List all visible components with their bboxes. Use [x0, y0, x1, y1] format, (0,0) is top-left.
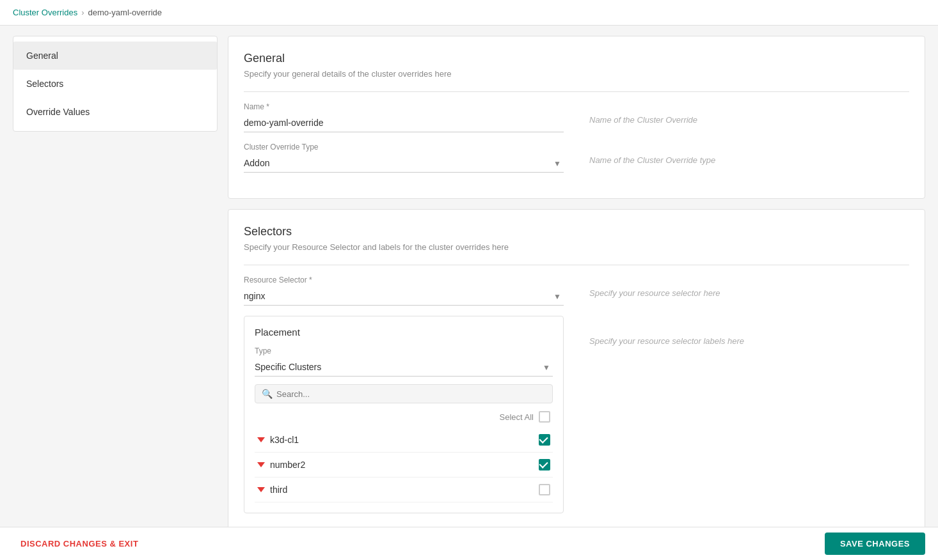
name-field-group: Name *: [244, 102, 564, 132]
search-icon: 🔍: [262, 389, 273, 399]
type-hint: Name of the Cluster Override type: [589, 143, 909, 165]
placement-box: Placement Type Specific Clusters All Clu…: [244, 316, 564, 513]
cluster-checkbox-number2[interactable]: [539, 459, 550, 471]
cluster-row: third: [255, 478, 553, 502]
general-card: General Specify your general details of …: [228, 36, 925, 199]
resource-selector-group: Resource Selector * nginx ▼ Placement Ty…: [244, 276, 564, 513]
cluster-list: k3d-cl1 number2: [255, 428, 553, 502]
selectors-card-title: Selectors: [244, 225, 909, 238]
cluster-name-third: third: [270, 485, 287, 495]
resource-selector-wrapper: nginx ▼: [244, 287, 564, 306]
cluster-arrow-icon-third: [257, 487, 265, 492]
resource-selector-row: Resource Selector * nginx ▼ Placement Ty…: [244, 276, 909, 513]
cluster-name-k3d-cl1: k3d-cl1: [270, 435, 299, 445]
breadcrumb-link[interactable]: Cluster Overrides: [13, 8, 77, 17]
name-hint: Name of the Cluster Override: [589, 102, 909, 125]
footer: DISCARD CHANGES & EXIT SAVE CHANGES: [0, 527, 938, 560]
name-label: Name *: [244, 102, 564, 111]
content-area: General Specify your general details of …: [228, 36, 925, 540]
placement-type-wrapper: Specific Clusters All Clusters ▼: [255, 358, 553, 377]
cluster-checkbox-third[interactable]: [539, 484, 550, 495]
placement-type-label: Type: [255, 346, 553, 355]
select-all-label: Select All: [500, 412, 534, 422]
cluster-left-third: third: [257, 485, 287, 495]
resource-selector-select[interactable]: nginx: [244, 287, 564, 306]
general-card-title: General: [244, 52, 909, 65]
type-select-wrapper: Addon Other ▼: [244, 154, 564, 173]
general-card-subtitle: Specify your general details of the clus…: [244, 69, 909, 79]
resource-selector-labels-hint: Specify your resource selector labels he…: [589, 323, 909, 346]
name-field-row: Name * Name of the Cluster Override: [244, 102, 909, 132]
cluster-name-number2: number2: [270, 460, 305, 470]
select-all-row: Select All: [255, 411, 553, 423]
cluster-row: k3d-cl1: [255, 428, 553, 453]
breadcrumb-current: demo-yaml-override: [88, 8, 162, 17]
cluster-checkbox-k3d-cl1[interactable]: [539, 434, 550, 446]
name-input[interactable]: [244, 114, 564, 132]
cluster-search-input[interactable]: [276, 389, 546, 399]
cluster-search-box: 🔍: [255, 384, 553, 403]
save-button[interactable]: SAVE CHANGES: [825, 533, 925, 555]
sidebar-item-override-values[interactable]: Override Values: [13, 98, 217, 126]
selectors-hints: Specify your resource selector here Spec…: [589, 276, 909, 346]
type-field-row: Cluster Override Type Addon Other ▼ Name…: [244, 143, 909, 173]
sidebar: General Selectors Override Values: [13, 36, 218, 132]
placement-title: Placement: [255, 327, 553, 338]
select-all-checkbox[interactable]: [539, 411, 550, 423]
sidebar-item-selectors[interactable]: Selectors: [13, 70, 217, 98]
type-label: Cluster Override Type: [244, 143, 564, 152]
type-select[interactable]: Addon Other: [244, 154, 564, 173]
cluster-arrow-icon-k3d-cl1: [257, 437, 265, 442]
breadcrumb-separator: ›: [81, 8, 84, 17]
type-field-group: Cluster Override Type Addon Other ▼: [244, 143, 564, 173]
selectors-divider: [244, 265, 909, 265]
resource-selector-hint: Specify your resource selector here: [589, 276, 909, 298]
discard-button[interactable]: DISCARD CHANGES & EXIT: [13, 534, 146, 554]
resource-selector-label: Resource Selector *: [244, 276, 564, 284]
main-layout: General Selectors Override Values Genera…: [0, 26, 938, 550]
general-divider: [244, 91, 909, 92]
selectors-card: Selectors Specify your Resource Selector…: [228, 209, 925, 540]
cluster-arrow-icon-number2: [257, 462, 265, 467]
placement-type-select[interactable]: Specific Clusters All Clusters: [255, 358, 553, 377]
cluster-left-number2: number2: [257, 460, 305, 470]
cluster-row: number2: [255, 453, 553, 478]
cluster-left-k3d-cl1: k3d-cl1: [257, 435, 299, 445]
sidebar-item-general[interactable]: General: [13, 42, 217, 70]
selectors-card-subtitle: Specify your Resource Selector and label…: [244, 242, 909, 252]
breadcrumb: Cluster Overrides › demo-yaml-override: [0, 0, 938, 26]
